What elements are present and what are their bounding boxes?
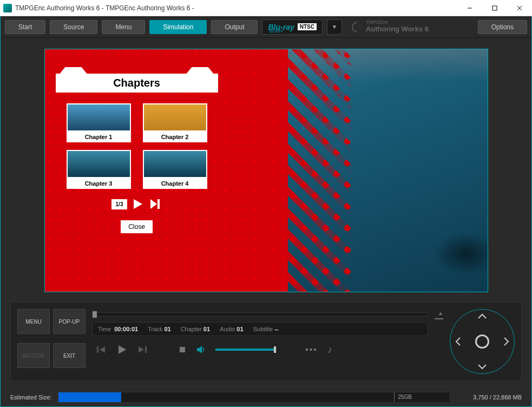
volume-slider[interactable] — [215, 349, 275, 351]
minimize-button[interactable] — [457, 0, 482, 16]
simulation-button[interactable]: Simulation — [149, 20, 207, 34]
svg-rect-6 — [157, 199, 160, 209]
svg-rect-11 — [145, 346, 147, 353]
dpad-up[interactable] — [477, 313, 487, 319]
playback-control-panel: MENU POP-UP MOTION EXIT Time 00:00:01 Tr… — [10, 302, 522, 381]
chapter-label: Chapter 2 — [143, 132, 207, 142]
exit-button[interactable]: EXIT — [53, 343, 86, 368]
subtitle-value: -- — [274, 326, 278, 332]
estimated-size-label: Estimated Size: — [10, 394, 51, 401]
dpad-left[interactable] — [455, 337, 461, 346]
play-button[interactable] — [116, 344, 128, 356]
chapter-thumb — [67, 150, 131, 178]
chapter-thumb — [143, 150, 207, 178]
dpad-enter[interactable] — [475, 334, 489, 349]
svg-marker-8 — [100, 346, 105, 353]
chapter-value: 01 — [203, 326, 210, 332]
chapter-item-3[interactable]: Chapter 3 — [67, 150, 131, 189]
options-button[interactable]: Options — [478, 20, 527, 34]
window-title: TMPGEnc Authoring Works 6 - TMPGEnc Auth… — [15, 4, 457, 12]
simulation-preview[interactable]: Chapters Chapter 1 Chapter 2 Chapter 3 — [44, 49, 488, 292]
main-toolbar: Start Source Menu Simulation Output Blu-… — [1, 16, 531, 38]
track-value: 01 — [164, 326, 170, 332]
brand-icon — [350, 19, 365, 34]
chapter-item-4[interactable]: Chapter 4 — [143, 150, 207, 189]
audio-value: 01 — [237, 326, 243, 332]
svg-marker-10 — [139, 346, 144, 353]
format-indicator: Blu-ray NTSC BDMV — [262, 19, 322, 35]
disc-menu-overlay: Chapters Chapter 1 Chapter 2 Chapter 3 — [56, 74, 218, 233]
chapter-thumb — [67, 103, 131, 132]
eject-area: ▲ — [435, 309, 443, 374]
seek-bar[interactable] — [92, 312, 428, 317]
svg-marker-4 — [134, 199, 142, 209]
volume-icon[interactable] — [196, 345, 206, 355]
dpad-down[interactable] — [477, 364, 487, 370]
time-value: 00:00:01 — [114, 326, 138, 332]
motion-button[interactable]: MOTION — [17, 343, 50, 368]
status-bar: Estimated Size: 25GB 3,750 / 22,868 MB — [1, 387, 531, 406]
menu-title-bar: Chapters — [56, 74, 218, 93]
app-icon — [3, 4, 12, 12]
svg-rect-12 — [180, 347, 185, 352]
output-button[interactable]: Output — [211, 20, 258, 34]
svg-marker-9 — [119, 345, 126, 354]
play-icon[interactable] — [132, 198, 145, 211]
subtitle-button[interactable]: ▪▪▪ — [305, 345, 318, 355]
titlebar: TMPGEnc Authoring Works 6 - TMPGEnc Auth… — [0, 0, 532, 16]
size-progress-bar: 25GB — [58, 392, 450, 403]
dpad-right[interactable] — [503, 337, 510, 346]
chapter-item-1[interactable]: Chapter 1 — [67, 103, 131, 142]
format-region: NTSC — [298, 23, 317, 30]
next-icon[interactable] — [149, 198, 162, 211]
navigation-dpad — [450, 309, 515, 374]
menu-close-button[interactable]: Close — [121, 220, 153, 233]
size-text: 3,750 / 22,868 MB — [457, 394, 522, 401]
svg-marker-5 — [150, 199, 157, 209]
disc-menu-button[interactable]: MENU — [17, 309, 50, 334]
next-chapter-button[interactable] — [137, 344, 148, 355]
maximize-button[interactable] — [482, 0, 507, 16]
start-button[interactable]: Start — [5, 20, 45, 34]
stop-button[interactable] — [179, 346, 186, 353]
chapter-label: Chapter 1 — [67, 132, 131, 142]
menu-button[interactable]: Menu — [102, 20, 145, 34]
svg-rect-1 — [492, 6, 497, 10]
format-sub: BDMV — [269, 29, 283, 34]
popup-menu-button[interactable]: POP-UP — [53, 309, 86, 334]
svg-marker-13 — [197, 346, 202, 353]
playback-info: Time 00:00:01 Track 01 Chapter 01 Audio … — [92, 322, 428, 336]
chapter-label: Chapter 4 — [143, 178, 207, 189]
chapter-item-2[interactable]: Chapter 2 — [143, 103, 207, 142]
capacity-marker: 25GB — [394, 392, 412, 402]
brand-label: TMPGEnc Authoring Works 6 — [346, 20, 474, 33]
menu-title: Chapters — [113, 77, 160, 89]
close-button[interactable] — [507, 0, 532, 16]
chapter-thumb — [143, 103, 207, 132]
source-button[interactable]: Source — [50, 20, 97, 34]
chapter-label: Chapter 3 — [67, 178, 131, 189]
audio-track-button[interactable]: ♪ — [327, 344, 332, 356]
format-dropdown[interactable]: ▼ — [327, 19, 342, 35]
prev-chapter-button[interactable] — [95, 344, 106, 355]
svg-rect-7 — [97, 346, 98, 353]
eject-icon[interactable]: ▲ — [438, 310, 443, 316]
menu-pager: 1/3 — [111, 199, 128, 209]
